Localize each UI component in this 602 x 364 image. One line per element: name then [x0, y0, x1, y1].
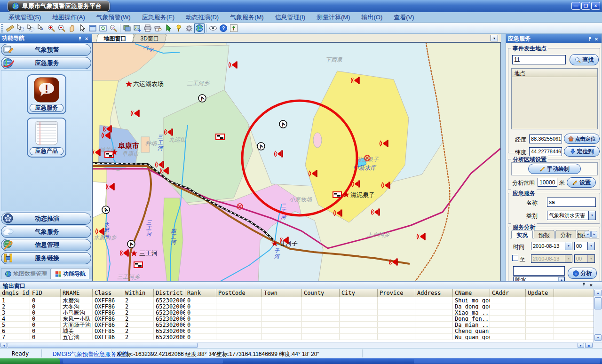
col-header-RNAME[interactable]: RNAME: [61, 289, 93, 297]
col-header-Provice[interactable]: Provice: [378, 289, 415, 297]
map-tab-dropdown-button[interactable]: ▼: [491, 35, 498, 41]
taskbar-strip[interactable]: [0, 358, 602, 364]
to-checkbox[interactable]: [512, 255, 518, 261]
start-button-edge[interactable]: [0, 358, 60, 364]
group-button-top-1[interactable]: 应急服务: [1, 57, 91, 69]
station-icon[interactable]: A: [127, 240, 135, 248]
menu-I[interactable]: 信息管理(I): [269, 12, 311, 23]
analysis-tab-1[interactable]: 预报: [534, 230, 554, 238]
menu-M[interactable]: 气象服务(M): [224, 12, 269, 23]
station-icon[interactable]: A: [257, 142, 265, 150]
close-icon[interactable]: ×: [593, 36, 600, 42]
col-header-dmgis_id[interactable]: dmgis_id: [0, 289, 30, 297]
select-box-icon[interactable]: [15, 23, 25, 33]
group-button-bottom-2[interactable]: 信息管理: [1, 239, 91, 251]
col-header-County[interactable]: County: [302, 289, 340, 297]
minimize-button[interactable]: —: [571, 2, 580, 10]
group-button-bottom-0[interactable]: 动态推演: [1, 213, 91, 225]
tab-scroll-right-button[interactable]: ►: [591, 231, 597, 237]
location-search-input[interactable]: 11: [512, 55, 566, 64]
layers-icon[interactable]: [122, 23, 132, 33]
locate-to-button[interactable]: 定位到: [564, 146, 600, 157]
manual-draw-button[interactable]: 手动绘制: [528, 164, 581, 174]
service-type-select[interactable]: 气象和洪水灾害 ▼: [547, 211, 596, 220]
set-range-button[interactable]: 设置: [567, 177, 596, 188]
export-image-icon[interactable]: [132, 23, 143, 33]
legend-tree-icon[interactable]: [229, 23, 239, 33]
find-button[interactable]: 查找: [570, 54, 599, 65]
left-panel-tab-0[interactable]: 地图数据管理: [1, 268, 51, 279]
click-locate-button[interactable]: 点击定位: [564, 134, 600, 144]
output-table[interactable]: dmgis_idFIDRNAMEClassWithinDistrictRankP…: [0, 289, 594, 342]
col-header-Class[interactable]: Class: [93, 289, 123, 297]
menu-M[interactable]: 测量计算(M): [311, 12, 356, 23]
identify-icon[interactable]: ?: [108, 23, 119, 33]
map-tab-0[interactable]: 地图窗口: [96, 34, 135, 42]
pin-icon[interactable]: [174, 23, 184, 33]
close-button[interactable]: ×: [591, 2, 600, 10]
table-row[interactable]: 50大面场子沟OXFF8626523020000Da mian ...: [0, 322, 594, 328]
print-icon[interactable]: [143, 23, 153, 33]
col-header-Rank[interactable]: Rank: [185, 289, 216, 297]
table-row[interactable]: 30小马厩沟OXFF8626523020000Xiao ma ...: [0, 309, 594, 316]
zoom-out-icon[interactable]: [56, 23, 67, 33]
table-row[interactable]: 10水磨沟OXFF8626523020000Shui mo gou: [0, 297, 594, 303]
vertical-scrollbar[interactable]: ▲ ▼: [594, 289, 602, 342]
zoom-in-icon[interactable]: [46, 23, 56, 33]
go-arrow-icon[interactable]: [163, 23, 174, 33]
big-button-notepad[interactable]: 应急产品: [27, 118, 66, 158]
element-listbox[interactable]: 降水空气温度 ▲: [513, 277, 565, 281]
menu-O[interactable]: 输出(O): [356, 12, 388, 23]
range-input[interactable]: 10000: [538, 178, 557, 187]
menu-W[interactable]: 气象预警(W): [91, 12, 136, 23]
col-header-District[interactable]: District: [154, 289, 185, 297]
group-button-bottom-1[interactable]: 气象服务: [1, 226, 91, 238]
col-header-Address[interactable]: Address: [415, 289, 453, 297]
col-header-Town[interactable]: Town: [262, 289, 302, 297]
menu-E[interactable]: 应急服务(E): [136, 12, 180, 23]
col-header-City[interactable]: City: [340, 289, 378, 297]
element-filter-box[interactable]: [513, 266, 565, 276]
help-icon[interactable]: ?: [218, 23, 229, 33]
restore-button[interactable]: ❐: [581, 2, 590, 10]
table-row[interactable]: 20大冬沟OXFF8626523020000Da dong gou: [0, 303, 594, 309]
select-lasso-icon[interactable]: [25, 23, 36, 33]
big-button-alert[interactable]: !应急服务: [27, 74, 66, 114]
col-header-PostCode[interactable]: PostCode: [216, 289, 262, 297]
element-list-item-0[interactable]: 降水: [514, 277, 558, 281]
station-icon[interactable]: A: [198, 95, 206, 102]
menu-S[interactable]: 系统管理(S): [3, 12, 47, 23]
tab-scroll-left-button[interactable]: ◄: [585, 231, 591, 237]
toolbar-grip[interactable]: [1, 24, 3, 32]
analysis-tab-0[interactable]: 实况: [511, 230, 533, 238]
globe-active-icon[interactable]: [194, 23, 205, 33]
col-header-Update[interactable]: Update: [526, 289, 554, 297]
analyze-button[interactable]: i 分析: [568, 268, 597, 279]
eye-icon[interactable]: [208, 23, 218, 33]
pin-icon[interactable]: [586, 36, 593, 42]
settings-icon[interactable]: [184, 23, 194, 33]
flag-icon[interactable]: [333, 192, 341, 198]
location-list[interactable]: 地点: [511, 68, 598, 129]
pointer-icon[interactable]: [77, 23, 87, 33]
measure-icon[interactable]: [5, 23, 15, 33]
service-name-input[interactable]: sa: [547, 198, 596, 207]
table-row[interactable]: 70五官沟OXFF8626523020000Wu guan gou: [0, 334, 594, 340]
latitude-input[interactable]: 44.22778446: [529, 147, 562, 156]
col-header-CAddr[interactable]: CAddr: [490, 289, 526, 297]
pin-icon[interactable]: [582, 282, 586, 288]
flag-icon[interactable]: [216, 134, 224, 140]
station-icon[interactable]: A: [279, 120, 287, 128]
menu-A[interactable]: 地图操作(A): [47, 12, 90, 23]
left-panel-tab-1[interactable]: 功能导航: [51, 268, 89, 279]
close-icon[interactable]: ×: [590, 282, 593, 288]
col-header-CName[interactable]: CName: [453, 289, 490, 297]
menu-V[interactable]: 查看(V): [388, 12, 420, 23]
table-row[interactable]: 60城关OXFF8526523020000Cheng guan: [0, 328, 594, 334]
hour2-select[interactable]: 00▼: [574, 254, 595, 263]
select-point-icon[interactable]: [36, 23, 46, 33]
close-icon[interactable]: ×: [83, 35, 90, 42]
horizontal-scrollbar[interactable]: ◄ ► ▣: [0, 342, 602, 348]
pin-icon[interactable]: [77, 35, 83, 42]
print-preview-icon[interactable]: [153, 23, 163, 33]
